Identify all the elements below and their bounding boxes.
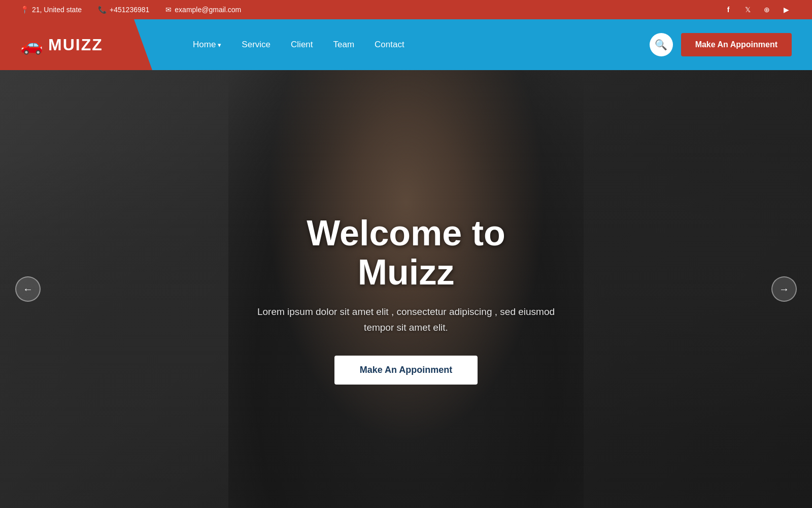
appointment-button-nav[interactable]: Make An Appoinment xyxy=(681,33,792,56)
phone-item: 📞 +451236981 xyxy=(98,6,149,14)
search-button[interactable]: 🔍 xyxy=(650,33,673,56)
prev-slide-button[interactable]: ← xyxy=(15,276,41,302)
twitter-icon[interactable]: 𝕏 xyxy=(742,4,753,15)
logo-area: 🚗 MUIZZ xyxy=(0,19,152,70)
facebook-icon[interactable]: f xyxy=(723,4,734,15)
hero-content: Welcome to Muizz Lorem ipsum dolor sit a… xyxy=(0,90,812,508)
top-bar: 📍 21, United state 📞 +451236981 ✉ exampl… xyxy=(0,0,812,19)
top-bar-left: 📍 21, United state 📞 +451236981 ✉ exampl… xyxy=(20,6,241,14)
phone-text: +451236981 xyxy=(110,6,149,14)
nav-team[interactable]: Team xyxy=(333,40,355,50)
nav-links: Home ▾ Service Client Team Contact xyxy=(193,40,650,50)
location-icon: 📍 xyxy=(20,6,29,14)
arrow-right-icon: → xyxy=(779,283,789,295)
home-label: Home xyxy=(193,40,216,50)
social-links: f 𝕏 ⊕ ▶ xyxy=(723,4,792,15)
phone-icon: 📞 xyxy=(98,6,107,14)
nav-actions: 🔍 Make An Appoinment xyxy=(650,33,792,56)
arrow-left-icon: ← xyxy=(23,283,33,295)
home-chevron-icon: ▾ xyxy=(218,41,221,49)
navbar: 🚗 MUIZZ Home ▾ Service Client Team Conta… xyxy=(0,19,812,70)
hero-title-line1: Welcome to xyxy=(307,213,505,253)
hero-description: Lorem ipsum dolor sit amet elit , consec… xyxy=(254,304,558,335)
contact-label: Contact xyxy=(375,40,404,50)
client-label: Client xyxy=(291,40,313,50)
dribbble-icon[interactable]: ⊕ xyxy=(761,4,772,15)
email-icon: ✉ xyxy=(165,6,172,14)
address-text: 21, United state xyxy=(32,6,82,14)
nav-service[interactable]: Service xyxy=(242,40,270,50)
hero-cta-button[interactable]: Make An Appoinment xyxy=(334,356,478,385)
nav-contact[interactable]: Contact xyxy=(375,40,404,50)
hero-title-line2: Muizz xyxy=(358,252,455,292)
hero-title: Welcome to Muizz xyxy=(307,214,505,292)
nav-client[interactable]: Client xyxy=(291,40,313,50)
search-icon: 🔍 xyxy=(655,39,667,51)
email-item: ✉ example@gmail.com xyxy=(165,6,241,14)
team-label: Team xyxy=(333,40,355,50)
next-slide-button[interactable]: → xyxy=(771,276,797,302)
address-item: 📍 21, United state xyxy=(20,6,82,14)
youtube-icon[interactable]: ▶ xyxy=(781,4,792,15)
nav-home[interactable]: Home ▾ xyxy=(193,40,221,50)
email-text: example@gmail.com xyxy=(175,6,241,14)
service-label: Service xyxy=(242,40,270,50)
logo-text: MUIZZ xyxy=(48,36,103,54)
car-icon: 🚗 xyxy=(20,34,43,55)
hero-section: Welcome to Muizz Lorem ipsum dolor sit a… xyxy=(0,70,812,508)
